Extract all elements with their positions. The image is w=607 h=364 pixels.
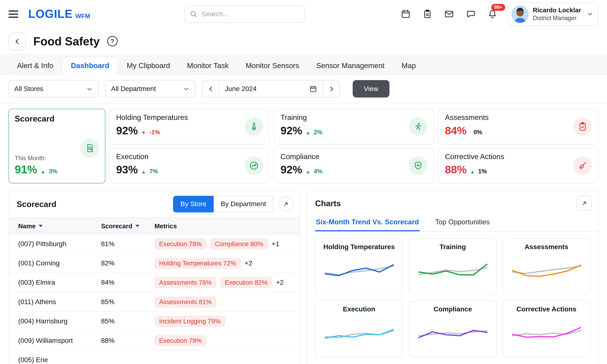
kpi-section: Scorecard This Month: 91% ▲ 3% Holding T… [9, 109, 598, 183]
sparkline-chart [321, 315, 397, 350]
tab-top-opportunities[interactable]: Top Opportunities [434, 216, 490, 232]
search-box[interactable] [184, 5, 305, 23]
scorecard-value: 85% [101, 317, 154, 325]
store-name: (001) Corning [9, 259, 101, 267]
date-picker[interactable]: June 2024 [220, 80, 322, 97]
chart-title: Execution [343, 305, 375, 313]
more-metrics-count: +2 [245, 259, 252, 267]
notifications-icon[interactable]: 99+ [486, 7, 499, 21]
expand-icon[interactable] [577, 196, 592, 211]
menu-icon[interactable] [9, 10, 18, 18]
tab-my-clipboard[interactable]: My Clipboard [118, 57, 179, 74]
scorecard-kpi-card: Scorecard This Month: 91% ▲ 3% [9, 109, 105, 183]
tab-monitor-sensors[interactable]: Monitor Sensors [237, 57, 308, 74]
kpi-title: Holding Temperatures [116, 113, 263, 122]
kpi-title: Training [281, 113, 428, 122]
kpi-card-execution: Execution 93% ▲ 7% [109, 148, 270, 183]
expand-icon[interactable] [278, 196, 293, 212]
metric-badge: Incident Logging 79% [154, 316, 225, 327]
search-icon [190, 10, 197, 18]
previous-month-button[interactable] [202, 80, 219, 97]
next-month-button[interactable] [322, 80, 340, 97]
scorecard-value: 84% [101, 279, 154, 286]
filter-bar: All Stores All Department June 2024 View [0, 75, 607, 103]
by-store-toggle[interactable]: By Store [173, 196, 214, 212]
column-header-metrics: Metrics [154, 222, 300, 230]
tab-alert-info[interactable]: Alert & Info [9, 57, 62, 74]
kpi-delta: 2% [314, 129, 322, 136]
scorecard-panel: Scorecard By Store By Department Name [9, 190, 300, 364]
tab-monitor-task[interactable]: Monitor Task [178, 57, 237, 74]
kpi-title: Corrective Actions [445, 153, 592, 161]
kpi-delta: 1% [478, 168, 487, 175]
kpi-value: 92% [281, 164, 302, 176]
panel-title: Scorecard [17, 199, 56, 209]
date-value: June 2024 [225, 85, 257, 93]
calendar-icon[interactable] [399, 7, 412, 21]
kpi-card-assessments: Assessments 84% 0% [438, 109, 598, 144]
chat-icon[interactable] [464, 7, 477, 21]
table-row[interactable]: (003) Elmira 84% Assessments 76%Executio… [9, 273, 300, 292]
view-button[interactable]: View [353, 80, 389, 97]
chevron-down-icon [86, 85, 93, 92]
avatar [512, 5, 529, 23]
charts-tab-bar: Six-Month Trend Vs. Scorecard Top Opport… [307, 216, 598, 232]
kpi-value: 92% [281, 125, 302, 137]
table-row[interactable]: (004) Harrisburg 85% Incident Logging 79… [9, 312, 300, 331]
by-department-toggle[interactable]: By Department [214, 196, 273, 212]
chart-title: Holding Temperatures [323, 243, 395, 251]
table-row[interactable]: (005) Erie [9, 351, 300, 364]
panel-title: Charts [315, 199, 341, 208]
column-label: Metrics [154, 222, 177, 230]
chevron-down-icon [183, 85, 190, 92]
table-row[interactable]: (011) Athens 85% Assessments 81% [9, 292, 300, 312]
sort-icon [135, 225, 139, 227]
tab-map[interactable]: Map [393, 57, 424, 74]
sparkline-chart [509, 315, 584, 350]
logo[interactable]: LOGILE WFM [28, 8, 90, 20]
broom-icon [573, 156, 592, 175]
chart-title: Training [440, 243, 466, 251]
chevron-down-icon [586, 11, 594, 17]
table-row[interactable]: (007) Pittsburgh 81% Execution 78%Compli… [9, 234, 300, 254]
view-toggle: By Store By Department [173, 196, 273, 212]
kpi-card-holding-temperatures: Holding Temperatures 92% ▼ -1% [109, 109, 270, 144]
clipboard-icon[interactable] [421, 7, 434, 21]
table-row[interactable]: (001) Corning 82% Holding Temperatures 7… [9, 254, 300, 273]
column-header-scorecard[interactable]: Scorecard [101, 222, 154, 230]
tab-six-month-trend-vs-scorecard[interactable]: Six-Month Trend Vs. Scorecard [315, 216, 420, 232]
metrics-cell: Assessments 81% [154, 297, 300, 308]
table-row[interactable]: (009) Williamsport 88% Execution 79% [9, 331, 300, 351]
search-input[interactable] [201, 10, 300, 18]
tab-sensor-management[interactable]: Sensor Management [308, 57, 393, 74]
metric-badge: Execution 79% [154, 335, 206, 346]
kpi-value: 93% [116, 164, 138, 176]
trend-arrow-icon: ▲ [306, 130, 310, 135]
thermometer-icon [245, 117, 263, 136]
mail-icon[interactable] [443, 7, 456, 21]
sparkline-chart [321, 253, 397, 287]
scorecard-panel-header: Scorecard By Store By Department [9, 191, 300, 217]
column-header-name[interactable]: Name [9, 222, 101, 230]
chart-title: Corrective Actions [516, 305, 577, 313]
kpi-period-label: This Month: [15, 155, 46, 162]
chart-card-training: Training [409, 238, 497, 295]
user-menu[interactable]: Ricardo Locklar District Manager [508, 2, 598, 25]
chart-title: Compliance [434, 305, 472, 313]
charts-panel-header: Charts [307, 191, 598, 216]
user-info: Ricardo Locklar District Manager [533, 7, 581, 21]
kpi-value: 84% [445, 125, 467, 137]
tab-dashboard[interactable]: Dashboard [62, 57, 118, 75]
kpi-value: 88% [445, 164, 467, 176]
scorecard-value: 88% [101, 337, 154, 345]
sparkline-chart [415, 253, 491, 287]
kpi-value: 92% [116, 125, 138, 137]
scorecard-value: 82% [101, 259, 154, 267]
back-button[interactable] [9, 33, 26, 50]
department-select[interactable]: All Department [105, 80, 196, 97]
stores-select[interactable]: All Stores [9, 80, 99, 97]
help-icon[interactable]: ? [107, 36, 118, 46]
column-label: Scorecard [101, 222, 132, 230]
metric-badge: Execution 78% [154, 238, 206, 249]
chart-card-assessments: Assessments [502, 238, 590, 295]
